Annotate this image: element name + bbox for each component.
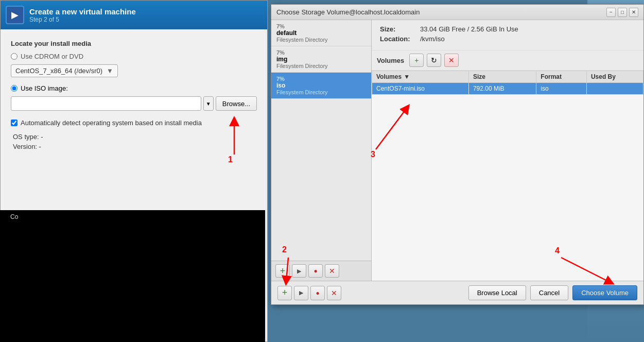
storage-pools-panel: 7% default Filesystem Directory 7% img F… <box>271 20 372 281</box>
footer-play-button[interactable]: ▶ <box>294 286 308 300</box>
pool-controls: + ▶ ● ✕ <box>271 261 371 281</box>
pool-default-usage: 7% <box>276 23 366 29</box>
cdrom-label: Use CDROM or DVD <box>21 53 83 60</box>
footer-delete-button[interactable]: ✕ <box>327 286 341 300</box>
browse-local-button[interactable]: Browse Local <box>468 285 526 300</box>
os-type-row: OS type: - <box>11 133 257 141</box>
volume-size-cell: 792.00 MiB <box>468 83 536 95</box>
pool-play-button[interactable]: ▶ <box>292 264 306 278</box>
pool-img-usage: 7% <box>276 49 366 56</box>
location-value: /kvm/iso <box>420 35 445 43</box>
choose-storage-modal: Choose Storage Volume@localhost.localdom… <box>271 4 644 305</box>
auto-detect-row: Automatically detect operating system ba… <box>11 119 257 127</box>
size-label: Size: <box>380 25 416 33</box>
col-volumes-sort-icon: ▼ <box>404 73 410 80</box>
volume-name-cell: CentOS7-mini.iso <box>372 83 469 95</box>
pool-img-type: Filesystem Directory <box>276 63 366 69</box>
pool-record-button[interactable]: ● <box>308 264 323 278</box>
pool-item-iso[interactable]: 7% iso Filesystem Directory <box>271 73 371 99</box>
size-value: 33.04 GiB Free / 2.56 GiB In Use <box>420 25 518 33</box>
iso-label: Use ISO image: <box>21 84 68 92</box>
close-button[interactable]: ✕ <box>629 8 638 17</box>
cdrom-radio[interactable] <box>11 53 18 60</box>
auto-detect-checkbox[interactable] <box>11 119 18 126</box>
titlebar-text: Create a new virtual machine Step 2 of 5 <box>29 7 136 23</box>
modal-footer-left-controls: + ▶ ● ✕ <box>277 286 341 300</box>
size-info-row: Size: 33.04 GiB Free / 2.56 GiB In Use <box>380 25 635 33</box>
cdrom-dropdown-row: CentOS_7_x86_64 (/dev/sr0) ▼ <box>11 64 257 77</box>
vm-preview-label: Co <box>8 212 20 221</box>
cdrom-dropdown-value: CentOS_7_x86_64 (/dev/sr0) <box>15 67 102 75</box>
pool-item-img[interactable]: 7% img Filesystem Directory <box>271 46 371 73</box>
browse-button[interactable]: Browse... <box>216 96 257 111</box>
volume-usedby-cell <box>586 83 643 95</box>
col-header-volumes[interactable]: Volumes ▼ <box>372 71 469 83</box>
volumes-table-container: Volumes ▼ Size Format Used <box>372 71 643 281</box>
cdrom-dropdown[interactable]: CentOS_7_x86_64 (/dev/sr0) ▼ <box>11 64 118 77</box>
col-volumes-label: Volumes <box>376 73 402 80</box>
volumes-panel: Size: 33.04 GiB Free / 2.56 GiB In Use L… <box>372 20 643 281</box>
pool-iso-type: Filesystem Directory <box>276 89 366 95</box>
iso-radio-row: Use ISO image: <box>11 84 257 92</box>
choose-volume-button[interactable]: Choose Volume <box>572 285 637 300</box>
pool-iso-usage: 7% <box>276 76 366 82</box>
vm-preview-area <box>0 210 265 342</box>
vm-icon: ▶ <box>6 6 24 24</box>
volume-row[interactable]: CentOS7-mini.iso 792.00 MiB iso <box>372 83 643 95</box>
col-header-size[interactable]: Size <box>468 71 536 83</box>
create-vm-body: Locate your install media Use CDROM or D… <box>1 29 267 163</box>
auto-detect-label: Automatically detect operating system ba… <box>21 119 202 127</box>
pool-add-button[interactable]: + <box>275 264 290 278</box>
minimize-button[interactable]: − <box>606 8 616 17</box>
iso-dropdown-btn[interactable]: ▼ <box>203 96 214 111</box>
modal-title: Choose Storage Volume@localhost.localdom… <box>276 8 420 16</box>
col-size-label: Size <box>473 73 485 80</box>
col-format-label: Format <box>541 73 562 80</box>
iso-path-input[interactable] <box>11 96 201 111</box>
col-header-format[interactable]: Format <box>536 71 587 83</box>
cdrom-radio-row: Use CDROM or DVD <box>11 53 257 60</box>
maximize-button[interactable]: □ <box>618 8 627 17</box>
section-label: Locate your install media <box>11 40 257 47</box>
footer-add-button[interactable]: + <box>277 286 292 300</box>
pool-delete-button[interactable]: ✕ <box>325 264 339 278</box>
pool-iso-name: iso <box>276 82 366 89</box>
storage-info-area: Size: 33.04 GiB Free / 2.56 GiB In Use L… <box>372 20 643 50</box>
col-header-usedby[interactable]: Used By <box>586 71 643 83</box>
modal-win-controls: − □ ✕ <box>606 8 638 17</box>
footer-record-button[interactable]: ● <box>310 286 325 300</box>
location-info-row: Location: /kvm/iso <box>380 35 635 43</box>
modal-footer: + ▶ ● ✕ Browse Local Cancel Choose Volum… <box>271 281 643 304</box>
vol-delete-button[interactable]: ✕ <box>444 54 459 67</box>
pool-default-name: default <box>276 29 366 37</box>
vol-refresh-button[interactable]: ↻ <box>427 54 441 67</box>
sub-title: Step 2 of 5 <box>29 16 136 23</box>
modal-body: 7% default Filesystem Directory 7% img F… <box>271 20 643 281</box>
pool-item-default[interactable]: 7% default Filesystem Directory <box>271 20 371 46</box>
dropdown-arrow-icon: ▼ <box>107 67 113 75</box>
pool-default-type: Filesystem Directory <box>276 37 366 43</box>
location-label: Location: <box>380 35 416 43</box>
volumes-table: Volumes ▼ Size Format Used <box>372 71 643 95</box>
modal-titlebar: Choose Storage Volume@localhost.localdom… <box>271 5 643 20</box>
iso-input-row: ▼ Browse... <box>11 96 257 111</box>
create-vm-titlebar: ▶ Create a new virtual machine Step 2 of… <box>1 1 267 29</box>
modal-cancel-button[interactable]: Cancel <box>530 285 568 300</box>
version-row: Version: - <box>11 143 257 150</box>
main-title: Create a new virtual machine <box>29 7 136 16</box>
volume-format-cell: iso <box>536 83 587 95</box>
volumes-toolbar: Volumes + ↻ ✕ <box>372 50 643 71</box>
vol-add-button[interactable]: + <box>409 54 424 67</box>
pool-img-name: img <box>276 56 366 63</box>
volumes-label: Volumes <box>377 57 404 64</box>
iso-radio[interactable] <box>11 85 18 92</box>
modal-footer-right-buttons: Browse Local Cancel Choose Volume <box>468 285 637 300</box>
col-usedby-label: Used By <box>591 73 616 80</box>
